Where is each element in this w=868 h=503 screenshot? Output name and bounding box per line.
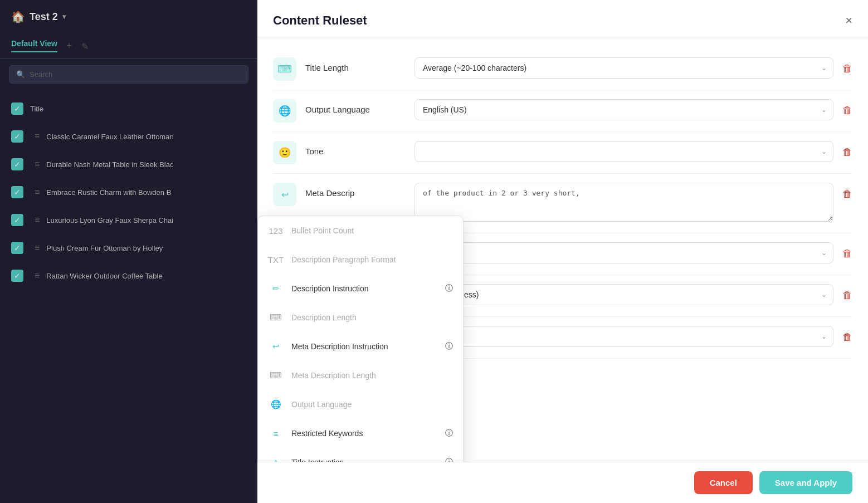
rule-type-dropdown: 123Bullet Point CountTXTDescription Para…	[257, 216, 464, 462]
delete-meta-description-length-button[interactable]: 🗑	[842, 284, 852, 301]
dropdown-item-label: Bullet Point Count	[291, 226, 453, 235]
dropdown-item[interactable]: ↩Meta Description Instructionⓘ	[258, 332, 463, 361]
dialog-body: ⌨ Title Length Average (~20-100 characte…	[257, 37, 868, 462]
default-view-tab[interactable]: Default View	[11, 39, 57, 52]
output-language-icon: 🌐	[273, 99, 296, 123]
delete-tone-button[interactable]: 🗑	[842, 141, 852, 158]
dropdown-item[interactable]: ✏Description Instructionⓘ	[258, 274, 463, 303]
list-item[interactable]: ✓ ≡ Luxurious Lyon Gray Faux Sherpa Chai	[0, 206, 257, 234]
row-label: Plush Cream Fur Ottoman by Holley	[46, 244, 163, 252]
row-label: Title	[30, 105, 43, 113]
list-item[interactable]: ✓ ≡ Durable Nash Metal Table in Sleek Bl…	[0, 150, 257, 178]
rule-row-output-language: 🌐 Output Language English (US) ⌄ 🗑	[273, 90, 852, 132]
delete-title-length-button[interactable]: 🗑	[842, 57, 852, 75]
title-length-control: Average (~20-100 characters) ⌄	[415, 57, 833, 79]
meta-description-icon: ↩	[273, 183, 296, 206]
delete-bullet-point-count-button[interactable]: 🗑	[842, 242, 852, 260]
search-bar[interactable]: 🔍 Search	[9, 65, 248, 84]
add-view-icon[interactable]: +	[66, 39, 72, 52]
close-button[interactable]: ×	[845, 14, 852, 27]
meta-description-label: Meta Descrip	[305, 183, 406, 198]
dropdown-item-icon: 123	[268, 223, 284, 238]
row-label: Embrace Rustic Charm with Bowden B	[46, 188, 171, 197]
info-icon: ⓘ	[445, 284, 453, 294]
rule-row-tone: 🙂 Tone ⌄ 🗑	[273, 132, 852, 174]
tone-control: ⌄	[415, 141, 833, 162]
bullet-point-count-select[interactable]	[415, 242, 833, 263]
save-and-apply-button[interactable]: Save and Apply	[759, 471, 852, 494]
row-label: Durable Nash Metal Table in Sleek Blac	[46, 160, 173, 169]
dropdown-item[interactable]: TXTDescription Paragraph Format	[258, 245, 463, 274]
tone-label: Tone	[305, 141, 406, 156]
check-icon: ✓	[11, 186, 23, 198]
indent-icon: ≡	[35, 187, 40, 197]
search-icon: 🔍	[16, 70, 25, 79]
rule-row-title-length: ⌨ Title Length Average (~20-100 characte…	[273, 48, 852, 90]
meta-description-length-select[interactable]: aracters or less)	[415, 284, 833, 305]
indent-icon: ≡	[35, 131, 40, 141]
dialog-footer: Cancel Save and Apply	[257, 462, 868, 503]
list-item[interactable]: ✓ ≡ Plush Cream Fur Ottoman by Holley	[0, 234, 257, 262]
dropdown-item-label: Title Instruction	[291, 458, 437, 462]
output-language-select[interactable]: English (US)	[415, 99, 833, 120]
dropdown-item-icon: 🌐	[268, 397, 284, 412]
info-icon: ⓘ	[445, 457, 453, 462]
dropdown-item-label: Description Paragraph Format	[291, 255, 453, 264]
description-instruction-control: ⌄	[415, 326, 833, 347]
delete-description-instruction-button[interactable]: 🗑	[842, 326, 852, 343]
title-length-label: Title Length	[305, 57, 406, 72]
list-item[interactable]: ✓ ≡ Classic Caramel Faux Leather Ottoman	[0, 123, 257, 150]
dropdown-item-icon: TXT	[268, 252, 284, 267]
info-icon: ⓘ	[445, 428, 453, 438]
bullet-point-count-control: ⌄	[415, 242, 833, 263]
dropdown-item-icon: A	[268, 455, 284, 462]
check-icon: ✓	[11, 130, 23, 143]
row-label: Rattan Wicker Outdoor Coffee Table	[46, 272, 162, 280]
info-icon: ⓘ	[445, 341, 453, 351]
list-item[interactable]: ✓ ≡ Embrace Rustic Charm with Bowden B	[0, 178, 257, 206]
dropdown-item-label: Output Language	[291, 400, 453, 409]
dropdown-item[interactable]: ⌨Description Length	[258, 303, 463, 332]
list-item[interactable]: ✓ Title	[0, 95, 257, 123]
home-icon: 🏠	[11, 10, 25, 23]
title-length-icon: ⌨	[273, 57, 296, 81]
tone-icon: 🙂	[273, 141, 296, 164]
dropdown-item[interactable]: 🌐Output Language	[258, 390, 463, 419]
sidebar-title: Test 2	[30, 11, 58, 23]
dropdown-item-label: Meta Description Instruction	[291, 342, 437, 351]
tone-select[interactable]	[415, 141, 833, 162]
dropdown-item[interactable]: ATitle Instructionⓘ	[258, 448, 463, 462]
edit-view-icon[interactable]: ✎	[81, 39, 89, 52]
dropdown-item[interactable]: ⌨Meta Description Length	[258, 361, 463, 390]
dropdown-item[interactable]: 123Bullet Point Count	[258, 216, 463, 245]
indent-icon: ≡	[35, 215, 40, 225]
check-icon: ✓	[11, 270, 23, 282]
list-item[interactable]: ✓ ≡ Rattan Wicker Outdoor Coffee Table	[0, 262, 257, 290]
dropdown-item-icon: ✏	[268, 281, 284, 296]
meta-description-control: of the product in 2 or 3 very short,	[415, 183, 833, 224]
delete-output-language-button[interactable]: 🗑	[842, 99, 852, 116]
dropdown-item[interactable]: ≡Restricted Keywordsⓘ	[258, 419, 463, 448]
dropdown-item-label: Restricted Keywords	[291, 429, 437, 438]
indent-icon: ≡	[35, 159, 40, 169]
row-label: Luxurious Lyon Gray Faux Sherpa Chai	[46, 216, 173, 224]
dialog-title: Content Ruleset	[273, 13, 367, 28]
description-instruction-select[interactable]	[415, 326, 833, 347]
indent-icon: ≡	[35, 243, 40, 253]
output-language-label: Output Language	[305, 99, 406, 114]
cancel-button[interactable]: Cancel	[694, 471, 753, 494]
output-language-control: English (US) ⌄	[415, 99, 833, 120]
meta-description-textarea[interactable]: of the product in 2 or 3 very short,	[415, 183, 833, 222]
check-icon: ✓	[11, 214, 23, 226]
delete-meta-description-button[interactable]: 🗑	[842, 183, 852, 200]
check-icon: ✓	[11, 102, 23, 115]
dropdown-item-icon: ⌨	[268, 310, 284, 325]
dropdown-item-label: Meta Description Length	[291, 371, 453, 380]
dropdown-item-icon: ⌨	[268, 368, 284, 383]
sidebar-list: ✓ Title ✓ ≡ Classic Caramel Faux Leather…	[0, 90, 257, 294]
indent-icon: ≡	[35, 271, 40, 281]
title-length-select[interactable]: Average (~20-100 characters)	[415, 57, 833, 79]
row-label: Classic Caramel Faux Leather Ottoman	[46, 133, 173, 141]
search-placeholder: Search	[30, 70, 52, 79]
check-icon: ✓	[11, 158, 23, 170]
